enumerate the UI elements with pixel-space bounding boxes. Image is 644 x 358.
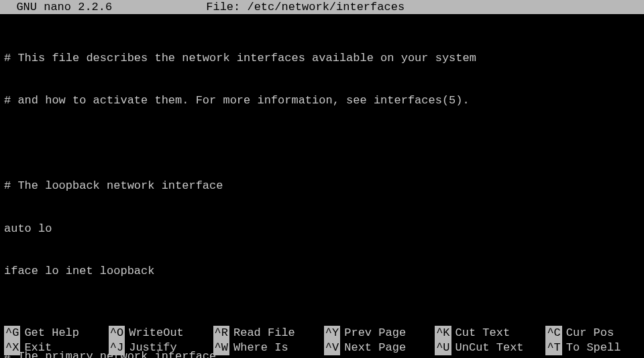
action-label: Cur Pos xyxy=(562,326,614,340)
shortcut-writeout[interactable]: ^OWriteOut xyxy=(109,326,208,340)
editor-area[interactable]: # This file describes the network interf… xyxy=(0,14,644,358)
action-label: Next Page xyxy=(340,341,406,355)
shortcut-where-is[interactable]: ^WWhere Is xyxy=(213,341,319,355)
key-label: ^C xyxy=(545,326,561,340)
key-label: ^U xyxy=(435,341,451,355)
key-label: ^W xyxy=(213,341,229,355)
action-label: Cut Text xyxy=(451,326,511,340)
action-label: WriteOut xyxy=(125,326,184,340)
shortcut-get-help[interactable]: ^GGet Help xyxy=(4,326,103,340)
file-path: File: /etc/network/interfaces xyxy=(206,0,405,14)
shortcut-exit[interactable]: ^XExit xyxy=(4,341,103,355)
editor-line: # This file describes the network interf… xyxy=(4,51,640,65)
shortcut-read-file[interactable]: ^RRead File xyxy=(213,326,319,340)
editor-line xyxy=(4,307,640,321)
action-label: Prev Page xyxy=(340,326,406,340)
nano-header: GNU nano 2.2.6 File: /etc/network/interf… xyxy=(0,0,644,14)
editor-line: auto lo xyxy=(4,222,640,236)
editor-line xyxy=(4,136,640,150)
shortcut-next-page[interactable]: ^VNext Page xyxy=(324,341,429,355)
key-label: ^K xyxy=(435,326,451,340)
shortcut-cur-pos[interactable]: ^CCur Pos xyxy=(545,326,635,340)
shortcut-cut-text[interactable]: ^KCut Text xyxy=(435,326,540,340)
key-label: ^O xyxy=(109,326,125,340)
shortcut-row: ^XExit ^JJustify ^WWhere Is ^VNext Page … xyxy=(4,341,640,355)
key-label: ^Y xyxy=(324,326,340,340)
shortcut-bar: ^GGet Help ^OWriteOut ^RRead File ^YPrev… xyxy=(0,326,644,358)
action-label: Where Is xyxy=(229,341,288,355)
action-label: Justify xyxy=(125,341,176,355)
action-label: To Spell xyxy=(562,341,621,355)
action-label: UnCut Text xyxy=(451,341,524,355)
editor-line: iface lo inet loopback xyxy=(4,264,640,278)
action-label: Read File xyxy=(229,326,295,340)
shortcut-to-spell[interactable]: ^TTo Spell xyxy=(545,341,635,355)
shortcut-row: ^GGet Help ^OWriteOut ^RRead File ^YPrev… xyxy=(4,326,640,341)
action-label: Exit xyxy=(20,341,52,355)
key-label: ^J xyxy=(109,341,125,355)
action-label: Get Help xyxy=(20,326,79,340)
editor-line: # and how to activate them. For more inf… xyxy=(4,93,640,107)
shortcut-justify[interactable]: ^JJustify xyxy=(109,341,208,355)
app-name: GNU nano 2.2.6 xyxy=(3,0,112,14)
key-label: ^G xyxy=(4,326,20,340)
key-label: ^T xyxy=(545,341,561,355)
shortcut-uncut-text[interactable]: ^UUnCut Text xyxy=(435,341,540,355)
key-label: ^R xyxy=(213,326,229,340)
key-label: ^X xyxy=(4,341,20,355)
key-label: ^V xyxy=(324,341,340,355)
editor-line: # The loopback network interface xyxy=(4,179,640,193)
shortcut-prev-page[interactable]: ^YPrev Page xyxy=(324,326,429,340)
